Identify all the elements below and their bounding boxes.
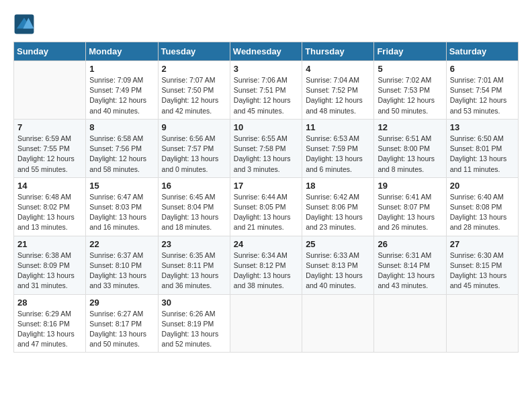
calendar-week-5: 28Sunrise: 6:29 AM Sunset: 8:16 PM Dayli… bbox=[14, 294, 519, 353]
day-number: 14 bbox=[17, 181, 82, 191]
day-info: Sunrise: 7:01 AM Sunset: 7:54 PM Dayligh… bbox=[450, 75, 515, 116]
day-info: Sunrise: 7:07 AM Sunset: 7:50 PM Dayligh… bbox=[162, 75, 226, 116]
calendar-cell bbox=[14, 61, 86, 120]
day-info: Sunrise: 7:09 AM Sunset: 7:49 PM Dayligh… bbox=[89, 75, 154, 116]
calendar-week-2: 7Sunrise: 6:59 AM Sunset: 7:55 PM Daylig… bbox=[14, 119, 519, 177]
calendar-cell: 23Sunrise: 6:35 AM Sunset: 8:11 PM Dayli… bbox=[158, 236, 230, 294]
calendar-cell: 5Sunrise: 7:02 AM Sunset: 7:53 PM Daylig… bbox=[374, 61, 446, 120]
calendar-cell: 15Sunrise: 6:47 AM Sunset: 8:03 PM Dayli… bbox=[86, 177, 158, 236]
day-number: 5 bbox=[378, 64, 442, 74]
day-info: Sunrise: 6:26 AM Sunset: 8:19 PM Dayligh… bbox=[162, 309, 226, 350]
day-info: Sunrise: 6:51 AM Sunset: 8:00 PM Dayligh… bbox=[378, 134, 442, 175]
weekday-header-wednesday: Wednesday bbox=[230, 42, 302, 61]
day-info: Sunrise: 6:35 AM Sunset: 8:11 PM Dayligh… bbox=[162, 250, 226, 291]
calendar-cell bbox=[302, 294, 374, 353]
calendar-week-4: 21Sunrise: 6:38 AM Sunset: 8:09 PM Dayli… bbox=[14, 236, 519, 294]
day-number: 29 bbox=[89, 298, 154, 308]
day-info: Sunrise: 6:31 AM Sunset: 8:14 PM Dayligh… bbox=[378, 250, 442, 291]
day-number: 10 bbox=[234, 122, 298, 132]
day-info: Sunrise: 6:37 AM Sunset: 8:10 PM Dayligh… bbox=[89, 250, 154, 291]
day-info: Sunrise: 6:56 AM Sunset: 7:57 PM Dayligh… bbox=[162, 134, 226, 175]
day-info: Sunrise: 6:29 AM Sunset: 8:16 PM Dayligh… bbox=[17, 309, 82, 350]
day-info: Sunrise: 6:44 AM Sunset: 8:05 PM Dayligh… bbox=[234, 192, 298, 233]
calendar-cell: 11Sunrise: 6:53 AM Sunset: 7:59 PM Dayli… bbox=[302, 119, 374, 177]
page-header bbox=[13, 13, 519, 35]
calendar-cell: 17Sunrise: 6:44 AM Sunset: 8:05 PM Dayli… bbox=[230, 177, 302, 236]
day-info: Sunrise: 6:42 AM Sunset: 8:06 PM Dayligh… bbox=[306, 192, 370, 233]
day-info: Sunrise: 6:48 AM Sunset: 8:02 PM Dayligh… bbox=[17, 192, 82, 233]
day-info: Sunrise: 6:40 AM Sunset: 8:08 PM Dayligh… bbox=[450, 192, 515, 233]
calendar-cell: 19Sunrise: 6:41 AM Sunset: 8:07 PM Dayli… bbox=[374, 177, 446, 236]
day-number: 8 bbox=[89, 122, 154, 132]
day-info: Sunrise: 6:47 AM Sunset: 8:03 PM Dayligh… bbox=[89, 192, 154, 233]
calendar-cell: 21Sunrise: 6:38 AM Sunset: 8:09 PM Dayli… bbox=[14, 236, 86, 294]
calendar-cell: 16Sunrise: 6:45 AM Sunset: 8:04 PM Dayli… bbox=[158, 177, 230, 236]
calendar-cell: 30Sunrise: 6:26 AM Sunset: 8:19 PM Dayli… bbox=[158, 294, 230, 353]
calendar-cell: 3Sunrise: 7:06 AM Sunset: 7:51 PM Daylig… bbox=[230, 61, 302, 120]
calendar-table: SundayMondayTuesdayWednesdayThursdayFrid… bbox=[13, 42, 519, 353]
day-number: 23 bbox=[162, 239, 226, 249]
weekday-header-saturday: Saturday bbox=[446, 42, 518, 61]
day-info: Sunrise: 6:33 AM Sunset: 8:13 PM Dayligh… bbox=[306, 250, 370, 291]
day-number: 18 bbox=[306, 181, 370, 191]
day-number: 26 bbox=[378, 239, 442, 249]
day-info: Sunrise: 6:59 AM Sunset: 7:55 PM Dayligh… bbox=[17, 134, 82, 175]
day-number: 3 bbox=[234, 64, 298, 74]
day-number: 19 bbox=[378, 181, 442, 191]
calendar-cell: 27Sunrise: 6:30 AM Sunset: 8:15 PM Dayli… bbox=[446, 236, 518, 294]
calendar-cell: 20Sunrise: 6:40 AM Sunset: 8:08 PM Dayli… bbox=[446, 177, 518, 236]
day-info: Sunrise: 6:30 AM Sunset: 8:15 PM Dayligh… bbox=[450, 250, 515, 291]
weekday-header-thursday: Thursday bbox=[302, 42, 374, 61]
weekday-header-friday: Friday bbox=[374, 42, 446, 61]
day-info: Sunrise: 6:50 AM Sunset: 8:01 PM Dayligh… bbox=[450, 134, 515, 175]
weekday-header-sunday: Sunday bbox=[14, 42, 86, 61]
day-number: 22 bbox=[89, 239, 154, 249]
day-number: 28 bbox=[17, 298, 82, 308]
day-number: 21 bbox=[17, 239, 82, 249]
day-info: Sunrise: 6:53 AM Sunset: 7:59 PM Dayligh… bbox=[306, 134, 370, 175]
day-number: 24 bbox=[234, 239, 298, 249]
day-info: Sunrise: 6:55 AM Sunset: 7:58 PM Dayligh… bbox=[234, 134, 298, 175]
day-info: Sunrise: 6:38 AM Sunset: 8:09 PM Dayligh… bbox=[17, 250, 82, 291]
calendar-cell: 14Sunrise: 6:48 AM Sunset: 8:02 PM Dayli… bbox=[14, 177, 86, 236]
calendar-cell bbox=[446, 294, 518, 353]
calendar-week-3: 14Sunrise: 6:48 AM Sunset: 8:02 PM Dayli… bbox=[14, 177, 519, 236]
calendar-cell: 6Sunrise: 7:01 AM Sunset: 7:54 PM Daylig… bbox=[446, 61, 518, 120]
day-number: 25 bbox=[306, 239, 370, 249]
calendar-cell: 2Sunrise: 7:07 AM Sunset: 7:50 PM Daylig… bbox=[158, 61, 230, 120]
calendar-cell bbox=[230, 294, 302, 353]
day-number: 9 bbox=[162, 122, 226, 132]
day-info: Sunrise: 6:58 AM Sunset: 7:56 PM Dayligh… bbox=[89, 134, 154, 175]
calendar-cell: 24Sunrise: 6:34 AM Sunset: 8:12 PM Dayli… bbox=[230, 236, 302, 294]
day-info: Sunrise: 6:27 AM Sunset: 8:17 PM Dayligh… bbox=[89, 309, 154, 350]
day-number: 13 bbox=[450, 122, 515, 132]
day-number: 30 bbox=[162, 298, 226, 308]
calendar-cell: 10Sunrise: 6:55 AM Sunset: 7:58 PM Dayli… bbox=[230, 119, 302, 177]
day-number: 27 bbox=[450, 239, 515, 249]
day-info: Sunrise: 6:41 AM Sunset: 8:07 PM Dayligh… bbox=[378, 192, 442, 233]
logo bbox=[13, 13, 38, 35]
day-number: 1 bbox=[89, 64, 154, 74]
weekday-header-tuesday: Tuesday bbox=[158, 42, 230, 61]
calendar-cell: 29Sunrise: 6:27 AM Sunset: 8:17 PM Dayli… bbox=[86, 294, 158, 353]
day-info: Sunrise: 7:04 AM Sunset: 7:52 PM Dayligh… bbox=[306, 75, 370, 116]
day-info: Sunrise: 6:45 AM Sunset: 8:04 PM Dayligh… bbox=[162, 192, 226, 233]
day-number: 6 bbox=[450, 64, 515, 74]
calendar-cell: 8Sunrise: 6:58 AM Sunset: 7:56 PM Daylig… bbox=[86, 119, 158, 177]
day-info: Sunrise: 7:02 AM Sunset: 7:53 PM Dayligh… bbox=[378, 75, 442, 116]
calendar-cell: 12Sunrise: 6:51 AM Sunset: 8:00 PM Dayli… bbox=[374, 119, 446, 177]
day-number: 16 bbox=[162, 181, 226, 191]
day-info: Sunrise: 7:06 AM Sunset: 7:51 PM Dayligh… bbox=[234, 75, 298, 116]
calendar-cell: 22Sunrise: 6:37 AM Sunset: 8:10 PM Dayli… bbox=[86, 236, 158, 294]
logo-icon bbox=[13, 13, 35, 35]
day-number: 12 bbox=[378, 122, 442, 132]
calendar-cell: 26Sunrise: 6:31 AM Sunset: 8:14 PM Dayli… bbox=[374, 236, 446, 294]
calendar-cell: 25Sunrise: 6:33 AM Sunset: 8:13 PM Dayli… bbox=[302, 236, 374, 294]
calendar-cell: 9Sunrise: 6:56 AM Sunset: 7:57 PM Daylig… bbox=[158, 119, 230, 177]
day-number: 20 bbox=[450, 181, 515, 191]
calendar-cell: 1Sunrise: 7:09 AM Sunset: 7:49 PM Daylig… bbox=[86, 61, 158, 120]
calendar-cell: 4Sunrise: 7:04 AM Sunset: 7:52 PM Daylig… bbox=[302, 61, 374, 120]
day-number: 7 bbox=[17, 122, 82, 132]
day-number: 11 bbox=[306, 122, 370, 132]
day-number: 4 bbox=[306, 64, 370, 74]
